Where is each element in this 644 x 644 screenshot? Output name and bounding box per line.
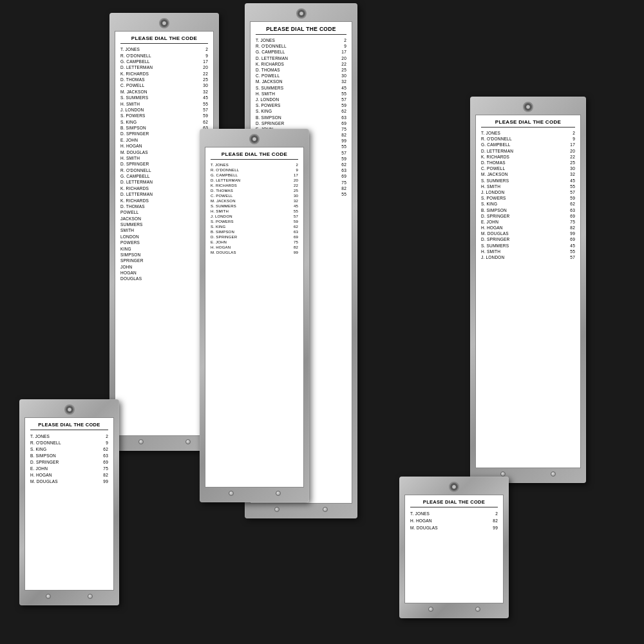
resident-code: 9 — [289, 168, 298, 172]
resident-code: 69 — [337, 174, 346, 178]
resident-name: J. LONDON — [120, 108, 199, 112]
logo-area — [475, 102, 581, 112]
resident-name: K. RICHARDS — [120, 186, 199, 191]
panel-content: PLEASE DIAL THE CODE T. JONES2R. O'DONNE… — [115, 31, 214, 436]
resident-name: J. LONDON — [211, 214, 289, 218]
panel-row: J. LONDON57 — [481, 254, 575, 260]
resident-code: 9 — [566, 137, 575, 141]
resident-code: 69 — [337, 121, 346, 126]
resident-name: D. SPRINGER — [120, 162, 199, 166]
logo-area — [404, 482, 504, 492]
resident-code: 55 — [566, 249, 575, 254]
panel-row: JACKSON32 — [120, 216, 208, 222]
resident-code: 57 — [337, 151, 346, 155]
resident-code: 25 — [337, 68, 346, 72]
resident-name: T. JONES — [256, 38, 337, 43]
resident-code: 82 — [337, 186, 346, 191]
resident-code: 32 — [199, 90, 208, 94]
resident-code: 17 — [337, 50, 346, 54]
panel-row: R. O'DONNELL9 — [30, 439, 108, 446]
panel-row: H. HOGAN82 — [120, 143, 208, 149]
resident-name: SMITH — [120, 228, 199, 232]
resident-code: 63 — [337, 115, 346, 120]
resident-name: LONDON — [120, 234, 199, 239]
panel-row: C. POWELL30 — [481, 166, 575, 171]
resident-name: C. POWELL — [481, 166, 566, 171]
panel-row: M. DOUGLAS99 — [120, 149, 208, 155]
resident-name: H. HOGAN — [120, 144, 199, 148]
resident-name: D. SPRINGER — [120, 131, 199, 136]
panel-row: HOGAN82 — [120, 270, 208, 276]
resident-code: 55 — [337, 91, 346, 96]
resident-name: R. O'DONNELL — [120, 53, 199, 58]
resident-name: R. O'DONNELL — [481, 137, 566, 141]
resident-code: 99 — [289, 251, 298, 254]
resident-name: D. THOMAS — [256, 68, 337, 72]
resident-code: 25 — [289, 189, 298, 193]
resident-name: G. CAMPBELL — [120, 174, 199, 178]
resident-code: 17 — [566, 142, 575, 147]
panel-row: SMITH55 — [120, 227, 208, 233]
panel-row: R. O'DONNELL9 — [481, 136, 575, 142]
panel-row: D. LETTERMAN20 — [120, 64, 208, 70]
resident-name: M. DOUGLAS — [211, 251, 289, 254]
panel-row: T. JONES2 — [120, 46, 208, 52]
resident-name: S. KING — [256, 109, 337, 113]
logo-icon — [159, 18, 169, 28]
panel-row: S. SUMMERS45 — [120, 95, 208, 100]
panel-row: S. KING62 — [481, 201, 575, 207]
resident-code: 62 — [566, 202, 575, 206]
screws — [404, 605, 504, 613]
panel-heading: PLEASE DIAL THE CODE — [410, 499, 498, 507]
panel-row: LONDON57 — [120, 234, 208, 240]
panel-row: H. SMITH55 — [120, 100, 208, 106]
resident-code: 99 — [489, 526, 498, 530]
resident-name: T. JONES — [211, 163, 289, 167]
panel-row: K. RICHARDS22 — [120, 185, 208, 191]
panel-row: SPRINGER69 — [120, 258, 208, 263]
screws — [115, 438, 214, 446]
panel-row: D. THOMAS25 — [481, 160, 575, 166]
panel-row: D. THOMAS25 — [256, 67, 346, 73]
screw-left — [500, 471, 506, 477]
resident-code: 59 — [337, 103, 346, 108]
panel-row: D. LETTERMAN20 — [481, 148, 575, 154]
resident-code: 25 — [566, 160, 575, 165]
resident-code: 63 — [566, 208, 575, 213]
screw-right — [551, 471, 556, 477]
resident-name: K. RICHARDS — [211, 184, 289, 187]
resident-name: T. JONES — [481, 131, 566, 135]
panel-row: E. JOHN75 — [120, 137, 208, 143]
resident-name: H. SMITH — [211, 209, 289, 213]
panel-row: KING62 — [120, 245, 208, 251]
resident-code: 69 — [99, 460, 108, 464]
resident-name: D. LETTERMAN — [120, 65, 199, 70]
panel-row: S. KING62 — [30, 446, 108, 452]
resident-name: C. POWELL — [120, 83, 199, 88]
panel-heading: PLEASE DIAL THE CODE — [211, 151, 298, 160]
resident-code: 62 — [337, 162, 346, 167]
resident-name: M. DOUGLAS — [120, 150, 199, 155]
panel-rows: T. JONES2R. O'DONNELL9S. KING62B. SIMPSO… — [30, 433, 108, 484]
resident-name: H. SMITH — [120, 156, 199, 160]
resident-name: JACKSON — [120, 216, 199, 221]
resident-name: M. JACKSON — [481, 172, 566, 176]
panel-row: R. O'DONNELL9 — [120, 167, 208, 173]
resident-name: K. RICHARDS — [481, 155, 566, 159]
screw-right — [323, 507, 328, 512]
screw-left — [46, 594, 51, 599]
screw-left — [274, 507, 279, 512]
panel-row: T. JONES2 — [410, 510, 498, 517]
logo-inner — [162, 21, 167, 26]
panel-row: S. POWERS59 — [211, 219, 298, 224]
resident-code: 30 — [566, 166, 575, 171]
panel-row: T. JONES2 — [481, 130, 575, 136]
resident-name: H. SMITH — [120, 102, 199, 106]
screw-left — [428, 607, 433, 612]
resident-name: D. THOMAS — [481, 160, 566, 165]
resident-code: 22 — [199, 71, 208, 76]
panel-row: S. POWERS59 — [481, 195, 575, 201]
panel-heading: PLEASE DIAL THE CODE — [481, 119, 575, 128]
screws — [205, 489, 304, 497]
resident-name: SUMMERS — [120, 222, 199, 227]
